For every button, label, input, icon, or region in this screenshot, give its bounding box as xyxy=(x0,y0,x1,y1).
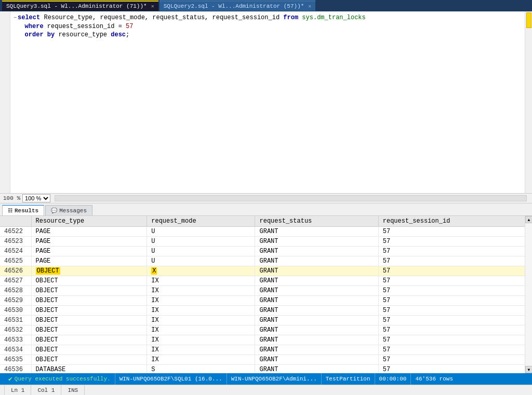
cell-resource-type: PAGE xyxy=(31,256,147,266)
cell-session-id: 57 xyxy=(378,266,531,276)
status-server: WIN-UNPQO65OB2F\SQL01 (16.0... xyxy=(115,373,227,385)
table-row[interactable]: 46522PAGEUGRANT57 xyxy=(0,227,532,237)
cell-resource-type: OBJECT xyxy=(31,345,147,355)
col-header-resource-type: Resource_type xyxy=(31,216,147,227)
cell-session-id: 57 xyxy=(378,247,531,256)
bottom-ins: INS xyxy=(61,385,85,395)
cell-request-mode: IX xyxy=(147,325,255,335)
editor-scrollbar-thumb[interactable] xyxy=(526,12,531,28)
cell-resource-type: OBJECT xyxy=(31,296,147,306)
cell-row-id: 46523 xyxy=(0,237,31,247)
cell-request-status: GRANT xyxy=(255,227,378,237)
cell-row-id: 46534 xyxy=(0,345,31,355)
title-bar: SQLQuery3.sql - Wl...Administrator (71))… xyxy=(0,0,532,11)
cell-resource-type: OBJECT xyxy=(31,306,147,316)
results-table-container: Resource_type request_mode request_statu… xyxy=(0,216,532,373)
cell-row-id: 46533 xyxy=(0,335,31,345)
col-header-session-id: request_session_id xyxy=(378,216,531,227)
cell-request-mode: U xyxy=(147,227,255,237)
cell-request-status: GRANT xyxy=(255,345,378,355)
table-row[interactable]: 46529OBJECTIXGRANT57 xyxy=(0,296,532,306)
table-row[interactable]: 46535OBJECTIXGRANT57 xyxy=(0,355,532,365)
table-row[interactable]: 46527OBJECTIXGRANT57 xyxy=(0,276,532,286)
table-row[interactable]: 46528OBJECTIXGRANT57 xyxy=(0,286,532,296)
cell-request-mode: IX xyxy=(147,355,255,365)
tab-results[interactable]: ☷ Results xyxy=(2,205,44,215)
message-icon: 💬 xyxy=(51,208,57,214)
cell-request-mode: IX xyxy=(147,335,255,345)
cell-request-mode: X xyxy=(147,266,255,276)
table-row[interactable]: 46534OBJECTIXGRANT57 xyxy=(0,345,532,355)
cell-session-id: 57 xyxy=(378,237,531,247)
editor-line-3: order by resource_type desc; xyxy=(14,31,522,39)
check-icon: ✔ xyxy=(8,375,12,383)
col-header-request-mode: request_mode xyxy=(147,216,255,227)
editor-gutter xyxy=(0,11,10,193)
tab-query3-close[interactable]: ✕ xyxy=(151,3,154,9)
cell-resource-type: PAGE xyxy=(31,227,147,237)
results-scrollbar[interactable]: ▲ ▼ xyxy=(525,216,532,373)
cell-resource-type: PAGE xyxy=(31,247,147,256)
cell-session-id: 57 xyxy=(378,306,531,316)
editor-area[interactable]: −select Resource_type, request_mode, req… xyxy=(0,11,532,193)
tab-messages[interactable]: 💬 Messages xyxy=(45,205,92,215)
zoom-select[interactable]: 100 % 75 % 150 % xyxy=(22,194,50,202)
tab-query3[interactable]: SQLQuery3.sql - Wl...Administrator (71))… xyxy=(2,1,158,11)
cell-session-id: 57 xyxy=(378,325,531,335)
zoom-scroll[interactable] xyxy=(55,195,527,201)
table-row[interactable]: 46532OBJECTIXGRANT57 xyxy=(0,325,532,335)
cell-session-id: 57 xyxy=(378,256,531,266)
cell-request-mode: IX xyxy=(147,296,255,306)
table-row[interactable]: 46523PAGEUGRANT57 xyxy=(0,237,532,247)
table-row[interactable]: 46536DATABASESGRANT57 xyxy=(0,365,532,374)
status-text: Query executed successfully. xyxy=(15,376,111,382)
scroll-down-btn[interactable]: ▼ xyxy=(525,366,532,373)
table-row[interactable]: 46531OBJECTIXGRANT57 xyxy=(0,316,532,325)
status-time: 00:00:00 xyxy=(375,373,411,385)
tab-query3-label: SQLQuery3.sql - Wl...Administrator (71))… xyxy=(6,3,147,9)
cell-resource-type: OBJECT xyxy=(31,266,147,276)
cell-row-id: 46532 xyxy=(0,325,31,335)
cell-row-id: 46531 xyxy=(0,316,31,325)
cell-session-id: 57 xyxy=(378,345,531,355)
editor-line-2: where request_session_id = 57 xyxy=(14,22,522,31)
table-row[interactable]: 46526OBJECTXGRANT57 xyxy=(0,266,532,276)
editor-line-1: −select Resource_type, request_mode, req… xyxy=(14,13,522,22)
scroll-up-btn[interactable]: ▲ xyxy=(525,216,532,223)
cell-row-id: 46535 xyxy=(0,355,31,365)
cell-row-id: 46526 xyxy=(0,266,31,276)
cell-request-mode: U xyxy=(147,247,255,256)
cell-request-mode: IX xyxy=(147,306,255,316)
cell-row-id: 46524 xyxy=(0,247,31,256)
cell-resource-type: OBJECT xyxy=(31,276,147,286)
grid-icon: ☷ xyxy=(8,208,12,214)
cell-request-mode: IX xyxy=(147,276,255,286)
scroll-track[interactable] xyxy=(525,223,532,366)
cell-session-id: 57 xyxy=(378,296,531,306)
results-table: Resource_type request_mode request_statu… xyxy=(0,216,532,373)
table-row[interactable]: 46530OBJECTIXGRANT57 xyxy=(0,306,532,316)
table-row[interactable]: 46525PAGEUGRANT57 xyxy=(0,256,532,266)
zoom-bar: 100 % 100 % 75 % 150 % xyxy=(0,193,532,203)
table-row[interactable]: 46524PAGEUGRANT57 xyxy=(0,247,532,256)
cell-request-mode: IX xyxy=(147,286,255,296)
status-user: WIN-UNPQO65OB2F\Admini... xyxy=(227,373,321,385)
editor-content[interactable]: −select Resource_type, request_mode, req… xyxy=(10,11,525,193)
status-message: ✔ Query executed successfully. xyxy=(4,373,115,385)
tab-query2-close[interactable]: ✕ xyxy=(308,3,311,9)
cell-request-status: GRANT xyxy=(255,237,378,247)
table-row[interactable]: 46533OBJECTIXGRANT57 xyxy=(0,335,532,345)
status-bar: ✔ Query executed successfully. WIN-UNPQO… xyxy=(0,373,532,385)
cell-request-mode: U xyxy=(147,256,255,266)
cell-request-mode: U xyxy=(147,237,255,247)
tab-query2[interactable]: SQLQuery2.sql - Wl...Administrator (57))… xyxy=(159,1,316,11)
cell-request-status: GRANT xyxy=(255,306,378,316)
editor-scrollbar[interactable] xyxy=(525,11,532,193)
table-body: 46522PAGEUGRANT5746523PAGEUGRANT5746524P… xyxy=(0,227,532,374)
cell-session-id: 57 xyxy=(378,365,531,374)
cell-session-id: 57 xyxy=(378,355,531,365)
cell-request-status: GRANT xyxy=(255,316,378,325)
cell-resource-type: PAGE xyxy=(31,237,147,247)
col-header-rownum xyxy=(0,216,31,227)
zoom-level-label: 100 % xyxy=(3,195,20,201)
